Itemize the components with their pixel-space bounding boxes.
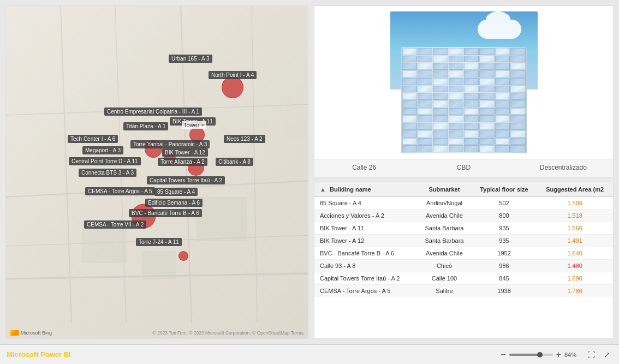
table-row: Capital Towers Torre Itaú - A 2 Calle 10…	[314, 272, 613, 285]
cell-floor-size: 502	[472, 197, 537, 210]
cell-submarket: Chicó	[417, 260, 472, 272]
fit-button[interactable]: ⤢	[602, 349, 612, 360]
window-cell	[464, 86, 479, 93]
cell-area: 1.518	[537, 210, 613, 222]
window-cell	[495, 108, 510, 115]
window-cell	[479, 130, 494, 138]
table-row: CEMSA - Torre Argos - A 5 Salitre 1938 1…	[314, 285, 613, 297]
window-cell	[495, 86, 510, 93]
window-cell	[449, 100, 463, 108]
table-row: Calle 93 - A 8 Chicó 986 1.480	[314, 260, 613, 272]
window-cell	[510, 100, 525, 108]
window-cell	[433, 108, 448, 115]
map-dot[interactable]	[164, 153, 176, 165]
fullscreen-button[interactable]: ⛶	[585, 349, 597, 360]
window-cell	[449, 145, 463, 152]
window-cell	[418, 63, 432, 70]
window-cell	[418, 100, 432, 108]
building-image	[390, 11, 538, 153]
th-submarket[interactable]: Submarket	[417, 182, 472, 197]
th-floor-size[interactable]: Typical floor size	[472, 182, 537, 197]
map-dot[interactable]	[132, 204, 156, 229]
tab-calle26[interactable]: Calle 26	[314, 159, 414, 177]
cell-building: BVC - Bancafé Torre B - A 6	[314, 247, 417, 260]
zoom-in-button[interactable]: +	[555, 350, 562, 359]
map-dot[interactable]	[188, 159, 204, 176]
window-cell	[433, 86, 448, 93]
window-cell	[402, 130, 417, 138]
cell-floor-size: 800	[472, 210, 537, 222]
map-dot[interactable]	[178, 251, 188, 261]
zoom-slider-thumb	[537, 352, 543, 357]
window-cell	[495, 78, 510, 85]
window-cell	[495, 100, 510, 108]
map-panel: Urban 165 - A 3 North Point I - A 4 Cent…	[5, 5, 308, 339]
window-cell	[464, 100, 479, 108]
window-cell	[449, 78, 463, 85]
bottom-bar: Microsoft Power BI − + 84% ⛶ ⤢	[0, 344, 619, 364]
window-cell	[449, 130, 463, 138]
th-suggested-area[interactable]: Suggested Area (m2	[537, 182, 613, 197]
map-dot[interactable]	[145, 140, 162, 158]
cell-building: CEMSA - Torre Argos - A 5	[314, 285, 417, 297]
window-cell	[510, 93, 525, 100]
image-container	[314, 6, 613, 159]
window-cell	[510, 86, 525, 93]
window-cell	[510, 48, 525, 55]
window-cell	[418, 56, 432, 63]
map-container[interactable]: Urban 165 - A 3 North Point I - A 4 Cent…	[6, 6, 308, 338]
window-cell	[418, 93, 432, 100]
cell-submarket: Calle 100	[417, 272, 472, 285]
th-building-name[interactable]: ▲ Building name	[314, 182, 417, 197]
window-cell	[479, 145, 494, 152]
cell-building: Capital Towers Torre Itaú - A 2	[314, 272, 417, 285]
window-cell	[433, 100, 448, 108]
window-cell	[418, 138, 432, 145]
map-roads	[6, 6, 308, 338]
window-cell	[449, 48, 463, 55]
window-cell	[495, 63, 510, 70]
svg-rect-8	[82, 230, 126, 262]
cell-floor-size: 935	[472, 235, 537, 247]
window-cell	[495, 70, 510, 77]
window-cell	[495, 130, 510, 138]
window-cell	[464, 93, 479, 100]
zoom-slider-fill	[509, 354, 540, 356]
cell-area: 1.786	[537, 285, 613, 297]
map-dot[interactable]	[189, 127, 205, 142]
window-cell	[479, 93, 494, 100]
window-cell	[510, 108, 525, 115]
svg-line-1	[61, 6, 72, 323]
svg-line-0	[6, 181, 308, 197]
tabs-row: Calle 26 CBD Descentralizado	[314, 159, 613, 177]
tab-cbd[interactable]: CBD	[414, 159, 513, 177]
cell-area: 1.491	[537, 235, 613, 247]
window-cell	[510, 123, 525, 130]
window-cell	[495, 123, 510, 130]
cell-area: 1.506	[537, 197, 613, 210]
window-cell	[433, 138, 448, 145]
window-cell	[510, 115, 525, 122]
window-cell	[495, 48, 510, 55]
cell-area: 1.480	[537, 260, 613, 272]
window-cell	[464, 78, 479, 85]
window-cell	[449, 63, 463, 70]
window-cell	[402, 78, 417, 85]
zoom-slider[interactable]	[509, 354, 553, 356]
window-cell	[402, 108, 417, 115]
window-cell	[464, 63, 479, 70]
zoom-percent: 84%	[564, 351, 581, 358]
cell-submarket: Salitre	[417, 285, 472, 297]
table-scroll[interactable]: ▲ Building name Submarket Typical floor …	[314, 182, 613, 297]
window-cell	[510, 145, 525, 152]
powerbi-link[interactable]: Microsoft Power BI	[7, 350, 71, 359]
window-cell	[464, 138, 479, 145]
svg-line-5	[6, 235, 308, 246]
cell-submarket: Santa Barbara	[417, 222, 472, 235]
zoom-out-button[interactable]: −	[499, 350, 507, 359]
window-cell	[479, 70, 494, 77]
map-dot[interactable]	[222, 76, 243, 98]
window-cell	[495, 93, 510, 100]
buildings-table: ▲ Building name Submarket Typical floor …	[314, 182, 613, 297]
tab-descentralizado[interactable]: Descentralizado	[514, 159, 613, 177]
